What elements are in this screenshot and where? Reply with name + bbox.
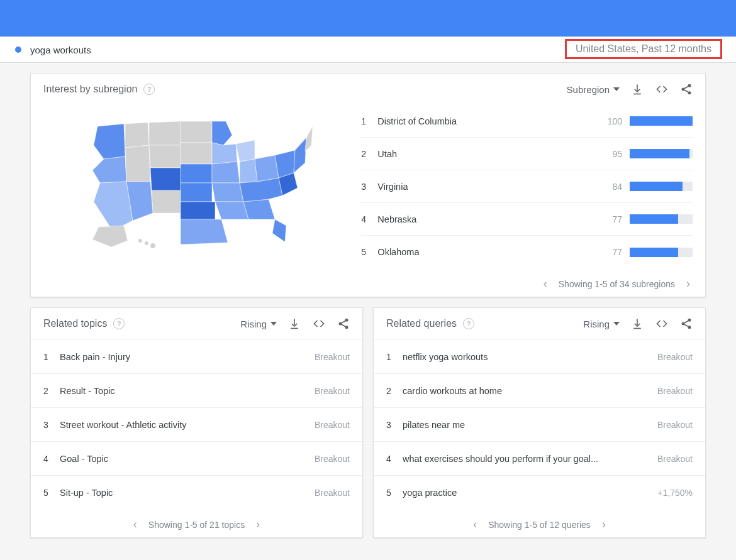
card-title: Related topics (43, 318, 107, 329)
pager-prev-icon[interactable]: ‹ (473, 518, 477, 531)
embed-icon[interactable] (655, 317, 669, 330)
query-metric: +1,750% (657, 488, 693, 498)
download-icon[interactable] (631, 317, 644, 330)
pager-next-icon[interactable]: › (686, 277, 690, 290)
query-row[interactable]: 2cardio workouts at homeBreakout (374, 373, 705, 407)
related-queries-card: Related queries ? Rising (373, 307, 706, 538)
value-bar (630, 214, 693, 224)
rank: 5 (386, 488, 403, 498)
topic-name: Back pain - Injury (60, 352, 315, 362)
region-value: 95 (597, 149, 622, 159)
pager-next-icon[interactable]: › (256, 518, 260, 531)
pager-prev-icon[interactable]: ‹ (133, 518, 137, 531)
svg-point-8 (345, 326, 348, 329)
subregion-row[interactable]: 2 Utah 95 (361, 138, 693, 170)
filters-summary[interactable]: United States, Past 12 months (565, 39, 722, 59)
rank: 4 (361, 214, 377, 224)
card-title: Interest by subregion (43, 84, 137, 95)
topics-pager: ‹ Showing 1-5 of 21 topics › (31, 509, 362, 537)
chevron-down-icon (613, 87, 620, 91)
rank: 4 (386, 454, 403, 464)
query-name: netflix yoga workouts (403, 352, 657, 362)
related-topics-card: Related topics ? Rising (30, 307, 363, 538)
svg-point-2 (688, 91, 691, 94)
download-icon[interactable] (288, 317, 301, 330)
embed-icon[interactable] (312, 317, 326, 330)
topics-sort-dropdown[interactable]: Rising (240, 319, 277, 329)
queries-sort-dropdown[interactable]: Rising (583, 319, 620, 329)
subregion-list: 1 District of Columbia 100 2 Utah 95 3 V… (355, 105, 693, 268)
topic-row[interactable]: 5Sit-up - TopicBreakout (31, 475, 362, 509)
topic-row[interactable]: 3Street workout - Athletic activityBreak… (31, 407, 362, 441)
subregion-row[interactable]: 1 District of Columbia 100 (361, 105, 693, 138)
topic-name: Result - Topic (60, 386, 315, 396)
rank: 2 (43, 386, 60, 396)
rank: 4 (43, 454, 60, 464)
rank: 3 (386, 420, 403, 430)
subregion-row[interactable]: 4 Nebraska 77 (361, 203, 693, 236)
topic-metric: Breakout (315, 352, 350, 362)
pager-next-icon[interactable]: › (602, 518, 606, 531)
query-metric: Breakout (657, 386, 693, 396)
value-bar (630, 149, 693, 158)
help-icon[interactable]: ? (113, 318, 125, 329)
rank: 1 (43, 352, 60, 362)
query-name: yoga practice (403, 488, 657, 498)
topic-metric: Breakout (315, 420, 350, 430)
region-name: Virginia (377, 182, 597, 192)
svg-point-5 (150, 243, 155, 248)
topic-row[interactable]: 2Result - TopicBreakout (31, 373, 362, 407)
svg-point-4 (145, 241, 148, 245)
value-bar (630, 116, 693, 126)
subregion-row[interactable]: 3 Virginia 84 (361, 170, 693, 203)
query-metric: Breakout (657, 352, 693, 362)
chevron-down-icon (270, 322, 277, 326)
us-map[interactable] (43, 105, 355, 268)
value-bar (630, 248, 693, 257)
svg-point-11 (688, 326, 691, 329)
svg-point-3 (138, 239, 142, 243)
pager-prev-icon[interactable]: ‹ (544, 277, 547, 290)
svg-point-7 (339, 322, 342, 326)
queries-pager: ‹ Showing 1-5 of 12 queries › (374, 509, 705, 537)
topic-metric: Breakout (315, 488, 350, 498)
chevron-down-icon (613, 322, 620, 326)
query-row[interactable]: 5yoga practice+1,750% (374, 475, 705, 509)
rank: 3 (43, 420, 60, 430)
share-icon[interactable] (680, 317, 693, 330)
subregion-dropdown-label: Subregion (567, 84, 610, 95)
svg-point-10 (682, 322, 685, 326)
query-name: what exercises should you perform if you… (403, 454, 657, 464)
region-value: 77 (597, 214, 622, 224)
rank: 3 (361, 182, 377, 192)
region-name: Utah (377, 149, 597, 159)
download-icon[interactable] (631, 83, 644, 96)
search-term[interactable]: yoga workouts (30, 45, 91, 55)
term-bar: yoga workouts United States, Past 12 mon… (0, 36, 736, 63)
embed-icon[interactable] (655, 83, 669, 96)
card-title: Related queries (386, 318, 457, 329)
subregion-dropdown[interactable]: Subregion (567, 84, 620, 95)
interest-by-subregion-card: Interest by subregion ? Subregion (30, 73, 706, 297)
query-row[interactable]: 4what exercises should you perform if yo… (374, 441, 705, 475)
region-value: 77 (597, 247, 622, 257)
help-icon[interactable]: ? (143, 84, 155, 95)
subregion-row[interactable]: 5 Oklahoma 77 (361, 236, 693, 268)
query-row[interactable]: 3pilates near meBreakout (374, 407, 705, 441)
help-icon[interactable]: ? (463, 318, 474, 329)
value-bar (630, 182, 693, 191)
region-name: Oklahoma (377, 247, 597, 257)
rank: 1 (386, 352, 403, 362)
region-value: 100 (597, 116, 622, 126)
region-value: 84 (597, 182, 622, 192)
topic-name: Goal - Topic (60, 454, 315, 464)
region-name: Nebraska (377, 214, 597, 224)
topic-row[interactable]: 1Back pain - InjuryBreakout (31, 339, 362, 373)
share-icon[interactable] (680, 83, 693, 96)
rank: 1 (361, 116, 377, 126)
topic-row[interactable]: 4Goal - TopicBreakout (31, 441, 362, 475)
query-row[interactable]: 1netflix yoga workoutsBreakout (374, 339, 705, 373)
share-icon[interactable] (337, 317, 350, 330)
rank: 5 (361, 247, 377, 257)
pager-text: Showing 1-5 of 12 queries (488, 520, 591, 530)
